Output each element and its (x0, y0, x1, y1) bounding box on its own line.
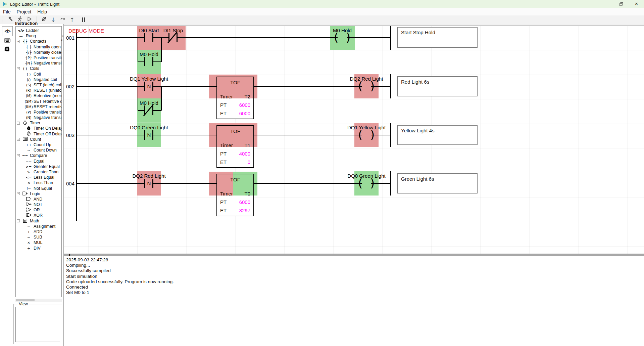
hammer-icon (8, 16, 13, 23)
pause-button[interactable] (79, 16, 88, 24)
tree-item-negative-transition[interactable]: ┤N├Negative transition (16, 60, 61, 66)
splitter-grip-icon: ▲▼ (68, 254, 71, 256)
tree-item-timer-off-delay[interactable]: Timer Off Delay (16, 131, 61, 137)
tree-item-label: MUL (34, 240, 42, 245)
disconnect-button[interactable] (39, 16, 48, 24)
tree-item-positive-transition[interactable]: ┤P├Positive transition (16, 55, 61, 60)
ladder-editor-tab[interactable]: </> (2, 26, 13, 36)
tree-item-label: Ladder (26, 28, 39, 33)
wire (77, 135, 145, 135)
tree-horizontal-scrollbar[interactable] (15, 299, 62, 302)
tree-item-label: Less Than (34, 180, 53, 185)
upload-button[interactable]: ↑ (67, 16, 77, 24)
redo-button[interactable] (58, 16, 67, 24)
wire (347, 37, 390, 38)
collapse-toggle-icon[interactable]: − (17, 40, 20, 43)
toolbar-drag-handle[interactable] (2, 16, 3, 23)
tree-item-label: Negated coil (34, 77, 57, 82)
close-button[interactable]: × (629, 0, 644, 8)
timer-et-value: 3297 (239, 208, 250, 213)
collapse-toggle-icon[interactable]: − (17, 138, 20, 141)
restore-button[interactable] (614, 0, 629, 8)
tree-item-less-equal[interactable]: <=Less Equal (16, 175, 61, 180)
tree-item-not-equal[interactable]: !=Not Equal (16, 185, 61, 191)
tree-item-mul[interactable]: ×MUL (16, 240, 61, 245)
collapse-toggle-icon[interactable]: − (17, 219, 20, 222)
tree-item-count-up[interactable]: ++Count Up (16, 142, 61, 147)
tree-item-coil[interactable]: ( )Coil (16, 72, 61, 77)
rung-comment[interactable]: Yellow Light 4s (397, 125, 478, 145)
contact-label: DQ1 Yellow Light (120, 76, 178, 82)
tree-item-equal[interactable]: ==Equal (16, 159, 61, 164)
tree-item-compare[interactable]: −==Compare (16, 153, 61, 158)
build-button[interactable] (6, 16, 15, 24)
menu-file[interactable]: File (0, 8, 14, 15)
expand-right-icon[interactable]: ► (61, 39, 63, 41)
tree-item-not[interactable]: NOT (16, 202, 61, 207)
tree-item-count-down[interactable]: --Count Down (16, 147, 61, 153)
minimize-icon: – (605, 1, 607, 7)
tree-item-timer-on-delay[interactable]: Timer On Delay (16, 126, 61, 131)
plc-panel-tab[interactable] (3, 45, 11, 54)
menu-help[interactable]: Help (34, 8, 50, 15)
tree-item-reset-unlatch-coil[interactable]: (R)RESET (unlatch) coil (16, 88, 61, 93)
window-title: Logic Editor - Traffic Light (10, 2, 59, 7)
normally-open-icon: ┤ ├ (24, 45, 33, 49)
coil-label: DQ2 Red Light (343, 76, 390, 82)
tree-item-count[interactable]: −Count (16, 137, 61, 142)
tree-item-retentive-memory-coil[interactable]: (M)Retentive (memory) coil (16, 93, 61, 98)
tree-item-label: Normally closed (34, 50, 61, 55)
rung-comment[interactable]: Red Light 6s (397, 76, 478, 96)
normally-closed-icon: ┤/├ (24, 50, 33, 54)
tree-item-negative-transition-coil[interactable]: (N)Negative transition coil (16, 115, 61, 120)
rung-comment[interactable]: Green Light 6s (397, 173, 478, 193)
tree-item-positive-transition-coil[interactable]: (P)Positive transition coil (16, 110, 61, 115)
tree-item-coils[interactable]: −( )Coils (16, 66, 61, 71)
tree-item-less-than[interactable]: <Less Than (16, 180, 61, 185)
tree-item-add[interactable]: +ADD (16, 229, 61, 234)
download-button[interactable]: ↓ (49, 16, 58, 24)
tree-item-greater-than[interactable]: >Greater Than (16, 169, 61, 175)
tree-item-rung[interactable]: —Rung (16, 33, 61, 39)
math-icon (21, 219, 29, 223)
tree-item-timer[interactable]: −Timer (16, 120, 61, 126)
tree-item-math[interactable]: −Math (16, 218, 61, 224)
ladder-canvas[interactable]: DEBUG MODE 001 DI0 Start DI1 Stop M0 Hol… (64, 26, 644, 254)
io-panel-tab[interactable] (3, 37, 11, 45)
tree-item-assignment[interactable]: =Assignment (16, 224, 61, 229)
tree-item-normally-open[interactable]: ┤ ├Normally open (16, 44, 61, 50)
tree-item-and[interactable]: AND (16, 197, 61, 202)
minimize-button[interactable]: – (599, 0, 614, 8)
menu-project[interactable]: Project (14, 8, 35, 15)
horizontal-splitter[interactable]: ▲▼ (64, 254, 644, 256)
div-icon: ÷ (24, 246, 33, 250)
assignment-icon: = (24, 224, 33, 228)
right-power-rail (390, 123, 391, 147)
tree-item-normally-closed[interactable]: ┤/├Normally closed (16, 50, 61, 55)
tree-item-ladder[interactable]: </>Ladder (16, 28, 61, 33)
tree-item-greater-equal[interactable]: >=Greater Equal (16, 164, 61, 169)
tree-item-set-latch-coil[interactable]: (S)SET (latch) coil (16, 82, 61, 88)
tree-item-label: Negative transition (34, 61, 61, 66)
collapse-toggle-icon[interactable]: − (17, 154, 20, 157)
and-icon (24, 197, 33, 202)
collapse-toggle-icon[interactable]: − (17, 122, 20, 125)
rung-comment[interactable]: Start Stop Hold (397, 27, 478, 48)
tree-item-sub[interactable]: −SUB (16, 234, 61, 240)
tree-item-div[interactable]: ÷DIV (16, 246, 61, 251)
collapse-left-icon[interactable]: ◄ (61, 35, 63, 37)
scrollbar-thumb[interactable] (16, 299, 35, 301)
tree-item-xor[interactable]: XOR (16, 213, 61, 218)
wire (77, 37, 145, 38)
collapse-toggle-icon[interactable]: − (17, 192, 20, 195)
tree-item-set-retentive-coil[interactable]: (SM)SET retentive coil (16, 98, 61, 104)
tree-item-reset-retentive-coil[interactable]: (RM)RESET retentive coil (16, 104, 61, 110)
reset-unlatch-coil-icon: (R) (24, 88, 33, 92)
tree-item-or[interactable]: OR (16, 207, 61, 213)
tree-item-logic[interactable]: −Logic (16, 191, 61, 197)
tree-item-negated-coil[interactable]: (/)Negated coil (16, 77, 61, 82)
tree-item-label: Normally open (34, 45, 61, 49)
collapse-toggle-icon[interactable]: − (17, 67, 20, 70)
tree-item-contacts[interactable]: −┤├Contacts (16, 39, 61, 44)
timer-row-label: PT (220, 151, 227, 157)
